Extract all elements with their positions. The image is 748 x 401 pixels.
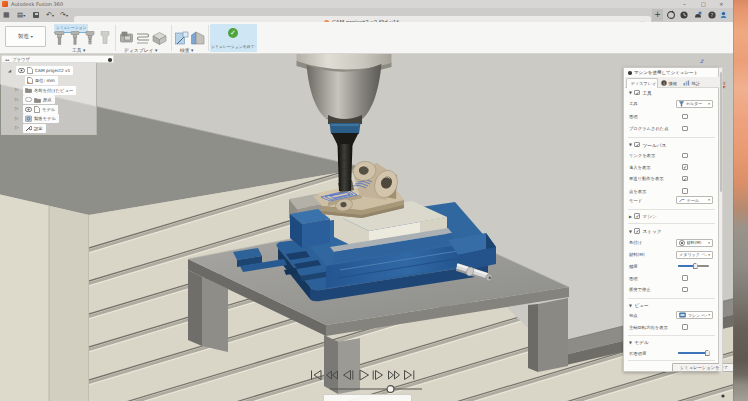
simulation-timeline — [330, 384, 422, 394]
checkbox-unchecked[interactable] — [682, 188, 688, 194]
row-opacity: 不透明度 — [629, 350, 715, 358]
display-stock-icon[interactable] — [153, 33, 166, 45]
help-icon[interactable]: ? — [708, 11, 715, 18]
tree-collapsed-caret-icon[interactable]: ▷ — [15, 97, 19, 102]
row-show-rapid: 早送り動作を表示 ✓ — [629, 175, 715, 183]
tree-collapsed-caret-icon[interactable]: ▷ — [15, 125, 19, 130]
file-menu-icon[interactable]: ▤▾ — [17, 10, 25, 20]
tab-statistics[interactable]: 統計 — [681, 78, 702, 88]
collapse-panel-icon[interactable]: ◄◄ — [5, 58, 11, 62]
section-checkbox[interactable]: ✓ — [634, 213, 640, 219]
clock-icon[interactable] — [680, 11, 687, 18]
display-machine-icon[interactable] — [121, 32, 133, 42]
browser-options-dot[interactable] — [108, 58, 112, 62]
play-button[interactable] — [360, 370, 369, 380]
workspace-selector[interactable]: 製造 ▾ — [5, 26, 46, 47]
tab-info[interactable]: i 情報 — [659, 78, 680, 88]
next-operation-button[interactable] — [389, 371, 400, 379]
slider-knob[interactable] — [693, 263, 698, 270]
tool-group-label[interactable]: 工具 ▾ — [72, 47, 86, 53]
tree-collapsed-caret-icon[interactable]: ▷ — [15, 106, 19, 111]
notification-bell-icon[interactable] — [695, 11, 702, 17]
colorize-dropdown[interactable]: 材料(M) ▾ — [676, 239, 713, 247]
visibility-eye-icon[interactable] — [25, 97, 32, 102]
window-title: Autodesk Fusion 360 — [11, 1, 63, 7]
tree-collapsed-caret-icon[interactable]: ▷ — [15, 87, 19, 92]
new-tab-button[interactable]: + — [652, 9, 663, 21]
tree-label: 単位: mm — [35, 78, 55, 83]
checkbox-unchecked[interactable] — [682, 287, 688, 293]
tool-dropdown[interactable]: ホルダー ▾ — [676, 100, 713, 108]
inspect-section-icon[interactable] — [192, 32, 205, 44]
visibility-eye-icon[interactable] — [18, 68, 25, 73]
material-dropdown[interactable]: メタリック ペイン... ▾ — [676, 251, 713, 259]
dialog-scrollbar[interactable] — [719, 67, 723, 372]
section-tool[interactable]: ▼ ✓ 工具 — [629, 89, 652, 96]
tree-expanded-caret-icon[interactable]: ◢ — [8, 68, 11, 73]
section-checkbox[interactable]: ✓ — [634, 90, 640, 96]
close-button[interactable]: × — [719, 0, 724, 8]
mode-dropdown[interactable]: テール ▾ — [676, 196, 713, 204]
user-avatar[interactable] — [719, 11, 728, 20]
inspect-measure-icon[interactable] — [176, 32, 189, 44]
section-machine[interactable]: ▶ ✓ マシン — [629, 213, 657, 220]
display-group-icons — [120, 31, 167, 46]
undo-icon[interactable]: ↶▾ — [46, 10, 54, 20]
display-group-label[interactable]: ディスプレイ ▾ — [124, 47, 157, 53]
inspect-group-label[interactable]: 検査 ▾ — [180, 47, 194, 53]
row-mode: モード テール ▾ — [629, 197, 715, 205]
checkbox-unchecked[interactable] — [682, 114, 688, 120]
finish-simulation-button[interactable]: ✓ シミュレーションを終了 ▾ — [210, 24, 257, 52]
save-icon[interactable] — [33, 10, 39, 20]
tab-display[interactable]: ディスプレイ — [626, 78, 658, 88]
checkbox-checked[interactable]: ✓ — [682, 176, 688, 182]
scrollbar-thumb[interactable] — [720, 72, 723, 192]
go-to-end-button[interactable] — [405, 371, 414, 380]
browser-header[interactable]: ◄◄ ブラウザ — [1, 55, 114, 63]
tool-mill-4-icon[interactable] — [101, 32, 109, 44]
tool-mill-1-icon[interactable] — [55, 32, 64, 45]
minimize-button[interactable]: – — [683, 0, 686, 8]
previous-operation-button[interactable] — [327, 371, 338, 379]
display-toolpath-icon[interactable] — [137, 34, 149, 43]
step-forward-button[interactable] — [373, 371, 382, 380]
funnel-icon — [679, 101, 684, 107]
section-stock[interactable]: ▼ ✓ ストック — [629, 228, 662, 235]
visibility-eye-icon[interactable] — [25, 107, 32, 112]
section-checkbox[interactable]: ✓ — [634, 142, 640, 148]
tool-mill-3-icon[interactable] — [86, 32, 94, 45]
go-to-start-button[interactable] — [312, 371, 322, 380]
skin-artifact-strip — [733, 0, 748, 401]
section-toolpath[interactable]: ▼ ✓ ツールパス — [629, 141, 666, 148]
checkbox-checked[interactable]: ✓ — [682, 164, 688, 170]
tree-label: 名前を付けたビュー — [34, 88, 73, 93]
timeline-knob[interactable] — [387, 386, 394, 393]
sync-icon[interactable] — [668, 11, 675, 19]
manufacturing-model-icon — [25, 115, 32, 122]
tool-mill-2-icon[interactable] — [71, 32, 79, 45]
tree-label: CAM project2 v1 — [35, 68, 70, 73]
viewpoint-dropdown[interactable]: マシン ベース ▾ — [676, 311, 713, 319]
finish-simulation-footer-button[interactable]: シミュレーションを終了 — [672, 363, 736, 372]
title-bar: Autodesk Fusion 360 – □ × — [0, 0, 748, 8]
slider-knob[interactable] — [705, 350, 710, 357]
redo-icon[interactable]: ↷▾ — [60, 10, 68, 20]
setup-wrench-icon — [25, 125, 32, 132]
checkbox-unchecked[interactable] — [682, 126, 688, 132]
checkbox-unchecked[interactable] — [682, 275, 688, 281]
section-checkbox[interactable]: ✓ — [634, 228, 640, 234]
fusion-logo-icon — [2, 1, 8, 7]
section-view[interactable]: ▼ ビュー — [629, 302, 649, 309]
section-model[interactable]: ▼ モデル — [629, 339, 649, 346]
checkbox-unchecked[interactable] — [682, 153, 688, 159]
checkbox-unchecked[interactable] — [682, 324, 688, 330]
app-grid-icon[interactable]: ▦ — [3, 10, 10, 20]
accuracy-slider[interactable] — [678, 265, 709, 267]
step-back-button[interactable] — [344, 371, 353, 380]
maximize-button[interactable]: □ — [701, 0, 706, 8]
opacity-slider[interactable] — [678, 352, 709, 354]
tree-collapsed-caret-icon[interactable]: ▷ — [15, 116, 19, 121]
dialog-title-row[interactable]: マシンを使用してシミュレート — [624, 68, 718, 77]
browser-panel: ◄◄ ブラウザ ◢ CAM project2 v1 単位: mm ▷ 名前を付け… — [1, 55, 114, 136]
row-show-links: リンクを表示 — [629, 152, 715, 160]
